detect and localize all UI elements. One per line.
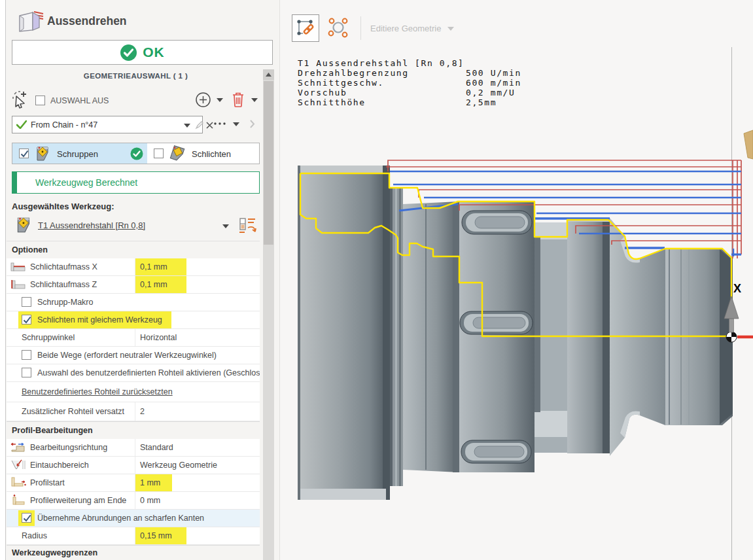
tool-library-icon[interactable]	[237, 216, 258, 237]
chain-selector[interactable]: From Chain - n°47	[12, 116, 203, 133]
option-row-rohteil-versatzt[interactable]: Zusätzlicher Rohteil versatzt 2	[7, 402, 260, 421]
profile-extension-icon	[10, 494, 27, 507]
machining-direction-icon	[10, 441, 27, 454]
origin-marker	[726, 332, 753, 342]
option-label: Eintauchbereich	[30, 461, 89, 470]
scroll-up-arrow-icon	[266, 73, 271, 77]
profile-row-bearbeitungsrichtung[interactable]: Bearbeitungsrichtung Standard	[7, 439, 260, 457]
finish-same-tool-checkbox[interactable]	[22, 315, 31, 324]
profile-row-profilerweiterung[interactable]: Profilerweiterung am Ende 0 mm	[7, 492, 260, 510]
option-row-schrupp-makro[interactable]: Schrupp-Makro	[7, 294, 260, 311]
option-value[interactable]: 0,1 mm	[140, 262, 167, 271]
more-dropdown-icon[interactable]	[233, 122, 239, 126]
scrollbar-thumb[interactable]	[264, 81, 273, 245]
selected-tool-icon	[14, 216, 34, 234]
add-geometry-icon[interactable]	[195, 92, 211, 108]
schruppen-label: Schruppen	[57, 149, 98, 159]
option-value[interactable]: Horizontal	[140, 333, 177, 342]
delete-geometry-icon[interactable]	[230, 91, 246, 108]
reset-stock-link[interactable]: Benutzerdefiniertes Rohteil zurücksetzte…	[22, 387, 173, 396]
option-row-schruppwinkel[interactable]: Schruppwinkel Horizontal	[7, 329, 260, 347]
profile-header: Profil-Bearbeitungen	[7, 421, 260, 439]
option-label: Schlichtaufmass X	[30, 262, 97, 271]
option-value[interactable]: Standard	[140, 443, 173, 452]
option-value[interactable]: Werkzeug Geometrie	[140, 461, 217, 470]
ok-check-icon	[120, 44, 137, 61]
option-label: Beide Wege (erfordert neutraler Werkzeug…	[37, 351, 217, 360]
option-label: Schrupp-Makro	[37, 298, 93, 307]
option-value[interactable]: 0 mm	[140, 496, 160, 505]
option-row-reset-stock[interactable]: Benutzerdefiniertes Rohteil zurücksetzte…	[7, 382, 260, 402]
schruppen-checkbox[interactable]	[19, 149, 29, 158]
option-row-schlichten-gleiches-werkzeug[interactable]: Schlichten mit gleichem Werkzeug	[7, 311, 260, 329]
next-chevron-icon[interactable]	[249, 119, 255, 129]
custom-stock-checkbox[interactable]	[22, 368, 31, 377]
schrupp-makro-checkbox[interactable]	[22, 297, 31, 307]
option-label: Auswahl des benutzerdefinierten Rohteil …	[37, 368, 260, 377]
option-row-beide-wege[interactable]: Beide Wege (erfordert neutraler Werkzeug…	[7, 347, 260, 364]
plunge-zone-icon	[10, 459, 27, 472]
schlichten-label: Schlichten	[192, 149, 231, 159]
tool-link[interactable]: T1 Aussendrehstahl [Rn 0,8]	[38, 220, 145, 230]
option-label: Schlichtaufmass Z	[30, 280, 97, 289]
schlichten-checkbox[interactable]	[154, 149, 164, 158]
delete-dropdown-icon[interactable]	[251, 98, 258, 102]
app-window: Aussendrehen OK GEOMETRIEAUSWAHL ( 1 ) A…	[0, 0, 753, 560]
option-value[interactable]: 1 mm	[140, 478, 160, 487]
option-value[interactable]: 0,1 mm	[140, 280, 167, 289]
option-row-schlichtaufmass-x[interactable]: Schlichtaufmass X 0,1 mm	[7, 258, 260, 276]
x-axis-label: X	[733, 282, 741, 295]
schruppen-tool-icon	[34, 145, 52, 162]
option-label: Profilstart	[30, 478, 65, 487]
option-row-custom-stock[interactable]: Auswahl des benutzerdefinierten Rohteil …	[7, 364, 260, 382]
chain-valid-icon	[16, 120, 27, 129]
slot-feature	[461, 440, 531, 463]
edit-chain-icon[interactable]	[195, 120, 204, 130]
profile-row-uebernehme-abrundungen[interactable]: Übernehme Abrundungen an scharfen Kanten	[7, 510, 260, 527]
scroll-up-button[interactable]	[263, 69, 274, 80]
auswahl-aus-checkbox[interactable]	[35, 96, 45, 105]
page-title: Aussendrehen	[47, 14, 127, 28]
schlichten-tool-icon	[169, 145, 187, 162]
more-options-icon[interactable]	[213, 122, 226, 126]
model-view[interactable]: X	[280, 37, 753, 560]
tool-dropdown-icon[interactable]	[222, 224, 229, 228]
both-ways-checkbox[interactable]	[22, 350, 31, 360]
toolpath-limits-header: Werkzeugweggrenzen	[7, 545, 260, 560]
options-header: Optionen	[7, 241, 260, 258]
option-row-schlichtaufmass-z[interactable]: Schlichtaufmass Z 0,1 mm	[7, 276, 260, 294]
select-add-icon[interactable]	[12, 90, 31, 109]
option-label: Schlichten mit gleichem Werkzeug	[37, 315, 162, 324]
option-label: Radius	[22, 531, 47, 540]
status-text: Werkzeugweg Berechnet	[35, 177, 137, 188]
option-value[interactable]: 0,15 mm	[140, 531, 172, 540]
panel-scrollbar[interactable]	[263, 69, 274, 560]
status-accent-bar	[12, 172, 17, 193]
option-label: Übernehme Abrundungen an scharfen Kanten	[37, 514, 204, 523]
option-value[interactable]: 2	[140, 407, 145, 416]
add-dropdown-icon[interactable]	[217, 98, 223, 102]
profile-start-icon	[10, 476, 27, 489]
auswahl-aus-label: AUSWAHL AUS	[50, 96, 109, 105]
ok-button[interactable]: OK	[12, 40, 273, 65]
profile-row-profilstart[interactable]: Profilstart 1 mm	[7, 474, 260, 492]
edit-geometry-dropdown-icon[interactable]	[447, 27, 454, 31]
profile-row-radius[interactable]: Radius 0,15 mm	[7, 527, 260, 545]
pattern-circles-icon	[327, 17, 349, 39]
chain-link-icon	[295, 18, 316, 39]
chain-dropdown-icon[interactable]	[184, 124, 190, 128]
edit-geometry-button[interactable]: Editiere Geometrie	[370, 24, 441, 33]
part-model	[298, 166, 733, 500]
option-label: Zusätzlicher Rohteil versatzt	[22, 407, 124, 416]
schruppen-valid-icon	[130, 147, 143, 160]
round-sharp-corners-checkbox[interactable]	[22, 513, 31, 523]
geometry-section-title: GEOMETRIEAUSWAHL ( 1 )	[12, 72, 260, 80]
stock-allowance-x-icon	[10, 260, 27, 273]
clear-chain-icon[interactable]	[206, 122, 213, 129]
selected-tool-caption: Ausgewähltes Werkzeug:	[12, 201, 114, 211]
options-list: Optionen Schlichtaufmass X 0,1 mm Schlic…	[7, 241, 260, 560]
turning-operation-icon	[17, 10, 44, 33]
window-edge	[5, 0, 6, 560]
profile-row-eintauchbereich[interactable]: Eintauchbereich Werkzeug Geometrie	[7, 457, 260, 474]
slot-feature	[460, 311, 533, 334]
